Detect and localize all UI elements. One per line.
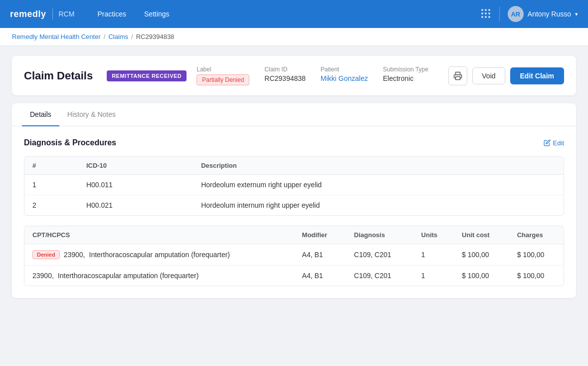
denied-badge: Denied <box>32 250 60 259</box>
icd-row-num: 1 <box>24 175 78 195</box>
cpt-row-charges: $ 100,00 <box>509 244 564 266</box>
print-button[interactable] <box>448 66 467 85</box>
label-badge: Partially Denied <box>196 74 249 85</box>
nav-links: Practices Settings <box>89 6 480 22</box>
void-button[interactable]: Void <box>472 67 505 84</box>
breadcrumb-claims[interactable]: Claims <box>108 33 128 40</box>
cpt-col-unit-cost: Unit cost <box>454 226 509 244</box>
icd-row-code: H00.011 <box>78 175 193 195</box>
cpt-col-charges: Charges <box>509 226 564 244</box>
nav-right: AR Antony Russo ▾ <box>480 6 578 22</box>
logo-divider <box>52 8 53 19</box>
nav-settings[interactable]: Settings <box>136 6 178 22</box>
icd-row: 2 H00.021 Hordeolum internum right upper… <box>24 195 564 216</box>
header-actions: Void Edit Claim <box>448 66 564 85</box>
submission-value: Electronic <box>383 74 428 82</box>
cpt-row-units: 1 <box>413 244 454 266</box>
section-header: Diagnosis & Procedures Edit <box>24 138 564 147</box>
svg-point-0 <box>481 9 483 11</box>
submission-group: Submission Type Electronic <box>383 66 428 85</box>
svg-rect-9 <box>456 76 460 79</box>
cpt-col-modifier: Modifier <box>294 226 346 244</box>
cpt-code-text: 23900, <box>64 251 85 259</box>
cpt-desc-text: Interthoracoscapular amputation (forequa… <box>58 272 198 280</box>
tabs-bar: Details History & Notes <box>12 103 576 126</box>
cpt-row-modifier: A4, B1 <box>294 244 346 266</box>
patient-value[interactable]: Mikki Gonzalez <box>321 74 368 82</box>
cpt-col-diagnosis: Diagnosis <box>346 226 413 244</box>
svg-point-5 <box>488 12 490 14</box>
avatar: AR <box>508 6 524 22</box>
icd-row-desc: Hordeolum internum right upper eyelid <box>193 195 564 216</box>
claim-meta: Label Partially Denied Claim ID RC293948… <box>196 66 438 85</box>
svg-point-3 <box>481 12 483 14</box>
tabs-card: Details History & Notes Diagnosis & Proc… <box>12 103 576 298</box>
cpt-row-unit-cost: $ 100,00 <box>454 266 509 286</box>
claim-header-card: Claim Details REMITTANCE RECEIVED Label … <box>12 56 576 95</box>
cpt-row-code: 23900, Interthoracoscapular amputation (… <box>24 266 294 286</box>
patient-group: Patient Mikki Gonzalez <box>321 66 368 85</box>
icd-col-desc: Description <box>193 157 564 175</box>
print-icon <box>453 71 462 80</box>
cpt-col-code: CPT/HCPCS <box>24 226 294 244</box>
svg-point-1 <box>485 9 487 11</box>
cpt-row: 23900, Interthoracoscapular amputation (… <box>24 266 564 286</box>
nav-practices[interactable]: Practices <box>89 6 134 22</box>
breadcrumb: Remedly Mental Health Center / Claims / … <box>0 28 588 46</box>
cpt-row-charges: $ 100,00 <box>509 266 564 286</box>
svg-point-4 <box>485 12 487 14</box>
remittance-badge: REMITTANCE RECEIVED <box>107 70 187 81</box>
cpt-code-text: 23900, <box>32 272 54 280</box>
tab-history-notes[interactable]: History & Notes <box>59 103 124 126</box>
breadcrumb-sep-2: / <box>131 33 133 40</box>
grid-icon[interactable] <box>480 8 491 20</box>
svg-point-2 <box>488 9 490 11</box>
pencil-icon <box>544 139 551 146</box>
cpt-table: CPT/HCPCS Modifier Diagnosis Units Unit … <box>24 226 564 286</box>
cpt-row-code: Denied 23900, Interthoracoscapular amput… <box>24 244 294 266</box>
cpt-row: Denied 23900, Interthoracoscapular amput… <box>24 244 564 266</box>
claim-title: Claim Details <box>24 69 93 82</box>
edit-diagnosis-button[interactable]: Edit <box>544 139 564 147</box>
logo-text: remedly <box>10 9 46 19</box>
section-title: Diagnosis & Procedures <box>24 138 116 147</box>
top-navigation: remedly RCM Practices Settings AR Antony… <box>0 0 588 28</box>
edit-label: Edit <box>553 139 564 147</box>
user-menu[interactable]: AR Antony Russo ▾ <box>508 6 578 22</box>
cpt-desc-text: Interthoracoscapular amputation (forequa… <box>89 251 230 259</box>
icd-row-code: H00.021 <box>78 195 193 216</box>
label-label: Label <box>196 66 249 73</box>
svg-point-8 <box>488 16 490 18</box>
svg-point-6 <box>481 16 483 18</box>
tab-details[interactable]: Details <box>22 103 59 126</box>
cpt-row-units: 1 <box>413 266 454 286</box>
claim-id-value: RC29394838 <box>264 74 306 82</box>
user-name: Antony Russo <box>528 10 571 18</box>
logo: remedly RCM <box>10 8 74 19</box>
claim-id-label: Claim ID <box>264 66 306 73</box>
nav-divider <box>499 6 500 21</box>
patient-label: Patient <box>321 66 368 73</box>
svg-point-7 <box>485 16 487 18</box>
breadcrumb-sep-1: / <box>104 33 106 40</box>
icd-table: # ICD-10 Description 1 H00.011 Hordeolum… <box>24 156 564 216</box>
icd-col-num: # <box>24 157 78 175</box>
tabs-content: Diagnosis & Procedures Edit # ICD-10 <box>12 126 576 298</box>
icd-row-desc: Hordeolum externum right upper eyelid <box>193 175 564 195</box>
icd-col-code: ICD-10 <box>78 157 193 175</box>
main-content: Claim Details REMITTANCE RECEIVED Label … <box>0 46 588 308</box>
chevron-down-icon: ▾ <box>575 11 578 17</box>
claim-id-group: Claim ID RC29394838 <box>264 66 306 85</box>
label-group: Label Partially Denied <box>196 66 249 85</box>
cpt-row-modifier: A4, B1 <box>294 266 346 286</box>
icd-row-num: 2 <box>24 195 78 216</box>
icd-row: 1 H00.011 Hordeolum externum right upper… <box>24 175 564 195</box>
logo-rcm: RCM <box>59 10 75 18</box>
cpt-row-diagnosis: C109, C201 <box>346 244 413 266</box>
cpt-row-unit-cost: $ 100,00 <box>454 244 509 266</box>
breadcrumb-claim-id: RC29394838 <box>136 33 175 40</box>
edit-claim-button[interactable]: Edit Claim <box>510 67 564 84</box>
breadcrumb-org[interactable]: Remedly Mental Health Center <box>12 33 101 40</box>
cpt-col-units: Units <box>413 226 454 244</box>
submission-label: Submission Type <box>383 66 428 73</box>
